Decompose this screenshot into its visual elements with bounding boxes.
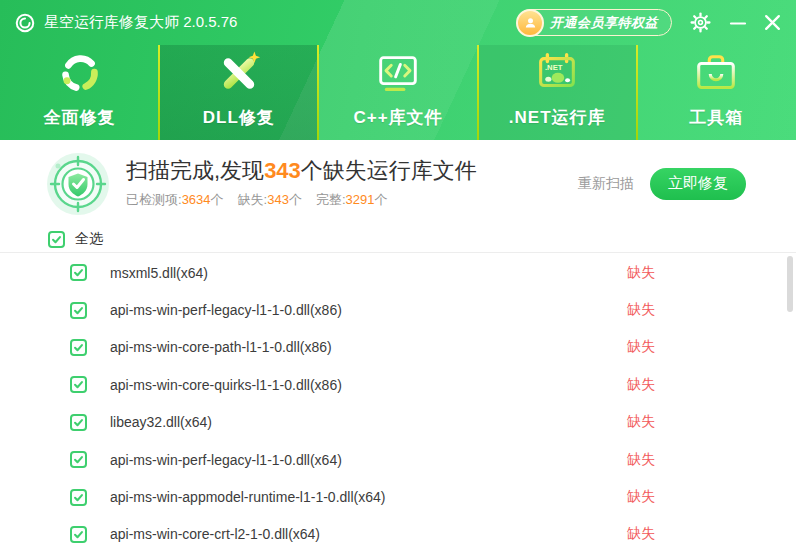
rescan-button[interactable]: 重新扫描 [578, 175, 634, 193]
stat-intact: 完整:3291个 [316, 191, 388, 209]
checkmark-icon [73, 267, 84, 278]
item-status: 缺失 [627, 338, 655, 356]
fix-now-button[interactable]: 立即修复 [650, 168, 746, 200]
item-checkbox[interactable] [70, 264, 87, 281]
item-name: api-ms-win-core-crt-l2-1-0.dll(x64) [110, 526, 320, 542]
stat-missing: 缺失:343个 [238, 191, 302, 209]
tab-label: 全面修复 [44, 106, 116, 129]
dll-x-icon [214, 45, 264, 103]
scrollbar-thumb[interactable] [787, 256, 793, 312]
checkmark-icon [73, 529, 84, 540]
item-checkbox[interactable] [70, 376, 87, 393]
item-checkbox[interactable] [70, 339, 87, 356]
svg-text:.NET: .NET [545, 63, 563, 72]
checkmark-icon [73, 305, 84, 316]
dll-list: msxml5.dll(x64) 缺失 api-ms-win-perf-legac… [0, 254, 796, 545]
scan-shield-icon [45, 151, 111, 217]
refresh-icon [55, 45, 105, 103]
close-icon [763, 13, 782, 32]
item-checkbox[interactable] [70, 526, 87, 543]
item-name: libeay32.dll(x64) [110, 414, 212, 430]
item-checkbox[interactable] [70, 302, 87, 319]
scan-result-bar: 扫描完成,发现343个缺失运行库文件 已检测项:3634个 缺失:343个 完整… [0, 140, 796, 227]
tab-label: C++库文件 [353, 106, 442, 129]
list-item: api-ms-win-appmodel-runtime-l1-1-0.dll(x… [0, 478, 796, 515]
item-checkbox[interactable] [70, 414, 87, 431]
minimize-button[interactable] [726, 11, 750, 35]
checkmark-icon [73, 417, 84, 428]
tab-dll-repair[interactable]: DLL修复 [159, 45, 318, 140]
item-name: api-ms-win-core-quirks-l1-1-0.dll(x86) [110, 377, 342, 393]
checkmark-icon [73, 342, 84, 353]
user-icon [523, 15, 538, 30]
list-item: api-ms-win-perf-legacy-l1-1-0.dll(x86) 缺… [0, 291, 796, 328]
item-name: api-ms-win-appmodel-runtime-l1-1-0.dll(x… [110, 489, 385, 505]
list-item: msxml5.dll(x64) 缺失 [0, 254, 796, 291]
checkmark-icon [73, 379, 84, 390]
scan-title: 扫描完成,发现343个缺失运行库文件 [126, 158, 477, 184]
app-window: 星空运行库修复大师 2.0.5.76 开通会员享特权益 [0, 0, 796, 545]
tab-label: .NET运行库 [509, 106, 606, 129]
cpp-monitor-icon [373, 45, 423, 103]
list-item: api-ms-win-core-quirks-l1-1-0.dll(x86) 缺… [0, 366, 796, 403]
missing-count: 343 [264, 158, 301, 183]
member-avatar-icon [516, 9, 544, 37]
tab-dotnet-runtime[interactable]: .NET .NET运行库 [478, 45, 637, 140]
select-all-checkbox[interactable] [48, 231, 65, 248]
list-item: api-ms-win-perf-legacy-l1-1-0.dll(x64) 缺… [0, 441, 796, 478]
app-title: 星空运行库修复大师 2.0.5.76 [44, 13, 237, 32]
tab-label: 工具箱 [689, 106, 743, 129]
app-logo-icon [14, 12, 36, 34]
select-all-label: 全选 [75, 230, 103, 248]
scan-stats: 已检测项:3634个 缺失:343个 完整:3291个 [126, 191, 477, 209]
stat-checked: 已检测项:3634个 [126, 191, 224, 209]
tab-label: DLL修复 [203, 106, 275, 129]
close-button[interactable] [760, 11, 784, 35]
toolbox-icon [691, 45, 741, 103]
scan-info: 扫描完成,发现343个缺失运行库文件 已检测项:3634个 缺失:343个 完整… [126, 158, 477, 209]
item-status: 缺失 [627, 264, 655, 282]
minimize-icon [729, 14, 747, 32]
item-name: msxml5.dll(x64) [110, 265, 208, 281]
member-button-label: 开通会员享特权益 [550, 14, 658, 32]
item-status: 缺失 [627, 301, 655, 319]
list-item: api-ms-win-core-path-l1-1-0.dll(x86) 缺失 [0, 329, 796, 366]
checkmark-icon [73, 454, 84, 465]
checkmark-icon [51, 234, 62, 245]
item-status: 缺失 [627, 451, 655, 469]
item-checkbox[interactable] [70, 489, 87, 506]
select-all-row: 全选 [0, 226, 796, 253]
settings-button[interactable] [688, 11, 712, 35]
item-name: api-ms-win-perf-legacy-l1-1-0.dll(x64) [110, 452, 342, 468]
tab-toolbox[interactable]: 工具箱 [637, 45, 796, 140]
scan-title-prefix: 扫描完成,发现 [126, 158, 264, 183]
item-status: 缺失 [627, 376, 655, 394]
checkmark-icon [73, 492, 84, 503]
item-checkbox[interactable] [70, 451, 87, 468]
nav-tabs: 全面修复 DLL修复 [0, 45, 796, 140]
item-status: 缺失 [627, 525, 655, 543]
item-name: api-ms-win-core-path-l1-1-0.dll(x86) [110, 339, 332, 355]
member-button[interactable]: 开通会员享特权益 [517, 9, 672, 36]
item-status: 缺失 [627, 413, 655, 431]
item-status: 缺失 [627, 488, 655, 506]
list-item: libeay32.dll(x64) 缺失 [0, 404, 796, 441]
dotnet-board-icon: .NET [532, 45, 582, 103]
gear-icon [690, 12, 711, 33]
tab-cpp-library[interactable]: C++库文件 [318, 45, 477, 140]
tab-full-repair[interactable]: 全面修复 [0, 45, 159, 140]
list-item: api-ms-win-core-crt-l2-1-0.dll(x64) 缺失 [0, 516, 796, 545]
titlebar: 星空运行库修复大师 2.0.5.76 开通会员享特权益 [0, 0, 796, 45]
scan-title-suffix: 个缺失运行库文件 [301, 158, 477, 183]
item-name: api-ms-win-perf-legacy-l1-1-0.dll(x86) [110, 302, 342, 318]
